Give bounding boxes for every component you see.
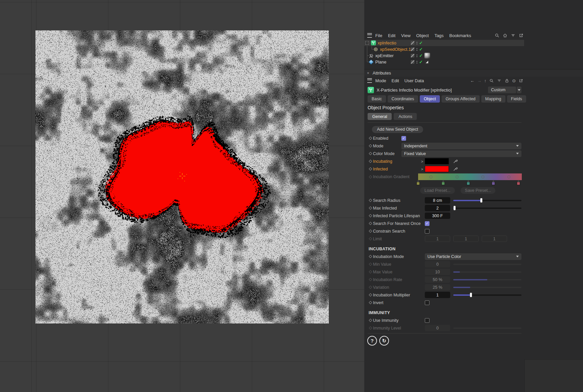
hamburger-icon[interactable] [367,78,372,83]
search-icon[interactable] [494,33,499,38]
tree-row-xpseedobject[interactable]: xpSeedObject.1 ✓ [364,46,524,52]
gradient-knot[interactable] [467,182,470,185]
tab-fields[interactable]: Fields [507,95,526,103]
max-infected-slider[interactable] [453,206,521,210]
tree-row-xpemitter[interactable]: xpEmitter ✓ [364,52,524,59]
visibility-dots-icon[interactable] [416,47,417,51]
enable-check-icon[interactable]: ✓ [419,53,423,58]
search-radius-input[interactable]: 8 cm [425,197,450,204]
enable-check-icon[interactable]: ✓ [419,47,423,52]
right-panel: File Edit View Object Tags Bookmarks – [364,0,583,392]
menu-file[interactable]: File [375,33,382,38]
tab-coordinates[interactable]: Coordinates [388,95,418,103]
up-icon[interactable]: ↑ [484,78,487,83]
filter-icon[interactable] [497,78,502,83]
object-name[interactable]: xpSeedObject.1 [380,47,411,52]
gradient-knot[interactable] [517,182,520,185]
visibility-dots-icon[interactable] [416,60,417,64]
enabled-checkbox[interactable]: ✓ [401,136,406,141]
tree-row-plane[interactable]: Plane ✓ [364,59,524,65]
add-new-seed-object-button[interactable]: Add New Seed Object [372,126,423,133]
enable-check-icon[interactable]: ✓ [419,40,423,45]
incubation-multiplier-input[interactable]: 1 [425,292,450,298]
expand-chevron-icon[interactable]: > [420,159,424,163]
filter-icon[interactable] [510,33,515,38]
help-icon[interactable]: ? [367,336,377,346]
object-name[interactable]: xpInfectio [378,40,396,45]
save-preset-button[interactable]: Save Preset... [461,187,496,194]
back-icon[interactable]: ← [470,78,475,83]
visibility-dots-icon[interactable] [416,41,417,45]
menu-edit[interactable]: Edit [388,33,395,38]
visibility-dots-icon[interactable] [416,54,417,58]
collapse-icon[interactable]: – [365,41,369,45]
home-icon[interactable] [502,33,507,38]
gradient-bias-handle[interactable] [507,175,510,178]
incubation-mode-dropdown[interactable]: Use Particle Color [425,253,521,260]
gradient-knot[interactable] [492,182,495,185]
preset-dropdown-arrow[interactable] [517,87,521,93]
menu-mode[interactable]: Mode [375,78,386,83]
popout-icon[interactable] [518,78,523,83]
menu-view[interactable]: View [401,33,410,38]
expand-chevron-icon[interactable]: > [420,167,424,171]
tab-general[interactable]: General [368,113,392,120]
tab-object[interactable]: Object [420,95,440,103]
diamond-icon [368,152,373,155]
object-name[interactable]: xpEmitter [375,53,394,58]
search-icon[interactable] [489,78,494,83]
viewport-canvas[interactable] [35,30,329,323]
color-mode-dropdown[interactable]: Fixed Value [401,150,521,157]
constrain-search-checkbox[interactable]: ✓ [425,229,429,234]
menu-bookmarks[interactable]: Bookmarks [449,33,471,38]
preset-dropdown[interactable]: Custom [488,87,516,93]
invert-checkbox[interactable]: ✓ [425,300,429,305]
eyedropper-icon[interactable] [453,166,458,171]
hamburger-icon[interactable] [367,33,372,38]
plane-tag-icon[interactable] [424,59,429,64]
infected-color-swatch[interactable] [425,166,449,172]
menu-userdata[interactable]: User Data [404,78,424,83]
enable-check-icon[interactable]: ✓ [419,59,423,64]
incubating-color-swatch[interactable] [425,158,449,164]
lock-icon[interactable] [504,78,509,83]
gradient-bias-handle[interactable] [481,175,484,178]
tab-mapping[interactable]: Mapping [481,95,505,103]
eyedropper-icon[interactable] [453,159,458,164]
gradient-knot[interactable] [442,182,445,185]
gradient-knot[interactable] [416,182,420,185]
use-immunity-checkbox[interactable]: ✓ [425,318,429,323]
edit-toggle-icon[interactable] [411,54,414,57]
tab-basic[interactable]: Basic [368,95,386,103]
immunity-level-slider [453,326,521,330]
field-label: Infected Particle Lifespan [373,214,425,218]
incubation-multiplier-slider[interactable] [453,293,521,297]
edit-toggle-icon[interactable] [411,41,414,45]
field-label: Incubating [373,159,425,164]
refresh-icon[interactable]: ↻ [379,336,389,346]
gradient-bias-handle[interactable] [456,175,459,178]
focus-icon[interactable]: ⊙ [512,78,516,83]
search-radius-slider[interactable] [453,198,521,203]
forward-icon[interactable]: → [477,78,482,83]
infected-lifespan-input[interactable]: 300 F [425,213,450,219]
incubation-gradient-bar[interactable] [418,173,522,180]
tab-actions[interactable]: Actions [394,113,417,120]
object-name[interactable]: Plane [375,59,386,64]
max-infected-input[interactable]: 2 [425,205,450,211]
emitter-thumbnail[interactable] [424,53,430,58]
load-preset-button[interactable]: Load Preset... [420,187,455,194]
search-nearest-checkbox[interactable]: ✓ [425,221,429,226]
tab-groups-affected[interactable]: Groups Affected [442,95,479,103]
menu-tags[interactable]: Tags [434,33,444,38]
menu-object[interactable]: Object [416,33,429,38]
edit-toggle-icon[interactable] [411,60,414,64]
edit-toggle-icon[interactable] [411,47,414,51]
gradient-bias-handle[interactable] [429,175,432,178]
tree-row-xpinfectio[interactable]: – xpInfectio ✓ [364,40,524,46]
menu-edit[interactable]: Edit [392,78,399,83]
close-icon[interactable]: × [367,71,369,76]
popout-icon[interactable] [518,33,523,38]
mode-dropdown[interactable]: Independent [401,143,521,149]
3d-viewport[interactable] [0,0,365,392]
